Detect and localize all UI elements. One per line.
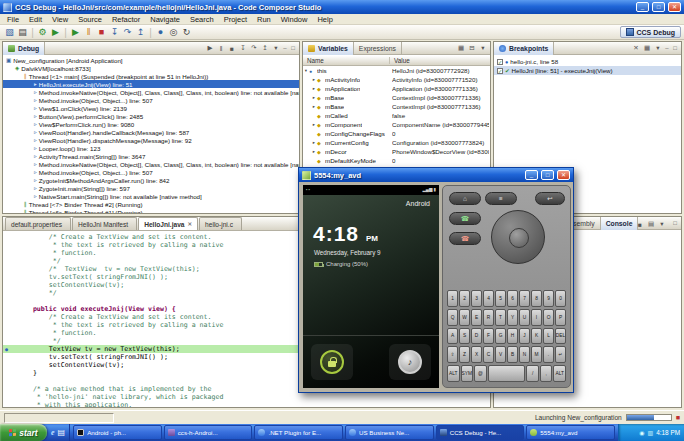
save-icon[interactable]: ▤ [16,26,29,39]
step-over-icon[interactable]: ↷ [121,26,134,39]
keyboard-key[interactable]: 8 [531,290,542,307]
taskbar-button[interactable]: CCS Debug - He... [436,425,525,440]
taskbar-button[interactable]: .NET Plugin for E... [254,425,343,440]
refresh-icon[interactable]: ↻ [180,26,193,39]
close-tab-icon[interactable]: ✕ [188,221,193,227]
debug-tree-row[interactable]: ◈ DalvikVM[localhost:8733] [3,64,299,72]
menu-item[interactable]: File [2,15,24,24]
keyboard-key[interactable]: 5 [495,290,506,307]
debug-tree-row[interactable]: ▹ Method.invoke(Object, Object...) line:… [3,168,299,176]
run-icon[interactable]: ▶ [49,26,62,39]
taskbar-button[interactable]: ccs-h-Androi... [164,425,253,440]
menu-item[interactable]: View [47,15,73,24]
menu-item[interactable]: Navigate [145,15,185,24]
keyboard-key[interactable]: ALT [447,365,460,382]
show-type-names-icon[interactable]: ▦ [456,44,466,52]
variable-row[interactable]: ▸ ◆ mBase ContextImpl (id=830007771336) [303,102,490,111]
keyboard-key[interactable]: B [507,346,518,363]
dpad-center-button[interactable] [509,228,529,248]
debug-tree-row[interactable]: ▹ Button(View).performClick() line: 2485 [3,112,299,120]
keyboard-key[interactable]: M [531,346,542,363]
column-name[interactable]: Name [303,57,390,64]
keyboard-key[interactable]: J [519,328,530,345]
home-button[interactable]: ⌂ [449,192,481,205]
debug-tree-row[interactable]: ▣ New_configuration [Android Application… [3,56,299,64]
debug-tree-row[interactable]: ∥ Thread [<1> main] (Suspended (breakpoi… [3,72,299,80]
keyboard-key[interactable]: U [519,309,530,326]
variable-row[interactable]: ▸ ◆ mActivityInfo ActivityInfo (id=83000… [303,75,490,84]
keyboard-key[interactable]: H [507,328,518,345]
variable-row[interactable]: ▾ ● this HelloJni (id=830007772928) [303,66,490,75]
keyboard-key[interactable]: / [526,365,539,382]
debug-tree-row[interactable]: ▹ ActivityThread.main(String[]) line: 36… [3,152,299,160]
debug-tree-row[interactable]: ▹ Looper.loop() line: 123 [3,144,299,152]
variable-row[interactable]: ▸ ◆ mCurrentConfig Configuration (id=830… [303,138,490,147]
view-menu-icon[interactable]: ▾ [657,220,667,228]
view-menu-icon[interactable]: ▾ [653,44,663,52]
perspective-switcher[interactable]: CCS Debug [620,26,682,38]
keyboard-key[interactable]: 6 [507,290,518,307]
menu-item[interactable]: Source [73,15,107,24]
minimize-button[interactable]: _ [636,2,649,12]
sep[interactable]: | [62,26,69,39]
keyboard-key[interactable]: 9 [543,290,554,307]
cancel-launch-icon[interactable]: ■ [676,414,680,421]
keyboard-key[interactable]: DEL [555,328,566,345]
menu-item[interactable]: Project [219,15,252,24]
keyboard-key[interactable]: ↵ [555,346,566,363]
keyboard-key[interactable]: D [471,328,482,345]
menu-item[interactable]: Edit [24,15,47,24]
view-menu-icon[interactable]: ▾ [271,44,281,52]
terminate-icon[interactable]: ■ [227,45,237,52]
end-call-button[interactable]: ☎ [449,232,481,245]
keyboard-key[interactable]: Y [507,309,518,326]
breakpoint-checkbox[interactable]: ✓ [497,68,503,74]
variable-row[interactable]: ◆ mDefaultKeyMode 0 [303,156,490,165]
keyboard-key[interactable]: Q [447,309,458,326]
keyboard-key[interactable]: K [531,328,542,345]
keyboard-key[interactable]: E [471,309,482,326]
editor-tab[interactable]: HelloJni Manifest [72,217,137,230]
debug-tree-row[interactable]: ▹ View$PerformClick.run() line: 9080 [3,120,299,128]
variable-row[interactable]: ◆ mConfigChangeFlags 0 [303,129,490,138]
terminate-icon[interactable]: ■ [635,221,645,228]
keyboard-key[interactable]: V [495,346,506,363]
breakpoint-row[interactable]: ✓ ✔ HelloJni [line: 51] - executeJnij(Vi… [494,66,681,75]
keyboard-key[interactable]: G [495,328,506,345]
maximize-view-icon[interactable]: □ [289,45,297,51]
menu-item[interactable]: Refactor [107,15,145,24]
editor-tab[interactable]: default.properties [5,217,71,230]
debug-tree-row[interactable]: ▹ Method.invokeNative(Object, Object[], … [3,88,299,96]
breakpoint-icon[interactable]: ● [154,26,167,39]
debug-tree-row[interactable]: ▹ NativeStart.main(String[]) line: not a… [3,192,299,200]
keyboard-key[interactable]: 7 [519,290,530,307]
keyboard-key[interactable]: X [471,346,482,363]
breakpoint-row[interactable]: ✓ ● hello-jni.c, line 58 [494,57,681,66]
variable-row[interactable]: ▸ ◆ mApplication Application (id=8300077… [303,84,490,93]
debug-tree-row[interactable]: ▹ ZygoteInit$MethodAndArgsCaller.run() l… [3,176,299,184]
tab-variables[interactable]: Variables [303,42,354,55]
internet-explorer-icon[interactable]: e [51,428,55,437]
debug-tree-row[interactable]: ∥ Thread [<7> Binder Thread #2] (Running… [3,200,299,208]
tab-breakpoints[interactable]: Breakpoints [494,42,554,55]
keyboard-key[interactable] [488,365,526,382]
lock-button[interactable] [320,350,344,374]
remove-breakpoint-icon[interactable]: ✕ [631,44,641,52]
new-icon[interactable]: ▧ [3,26,16,39]
keyboard-key[interactable]: ALT [553,365,566,382]
keyboard-key[interactable]: O [543,309,554,326]
call-button[interactable]: ☎ [449,212,481,225]
variable-row[interactable]: ▸ ◆ mBase ContextImpl (id=830007771336) [303,93,490,102]
menu-item[interactable]: Search [185,15,219,24]
breakpoint-checkbox[interactable]: ✓ [497,59,503,65]
menu-item[interactable]: Window [276,15,313,24]
debug-tree-row[interactable]: ▹ Method.invokeNative(Object, Object[], … [3,160,299,168]
keyboard-key[interactable]: S [459,328,470,345]
resume-icon[interactable]: ▶ [205,44,215,52]
editor-tab[interactable]: hello-jni.c [199,217,242,230]
keyboard-key[interactable]: N [519,346,530,363]
keyboard-key[interactable]: SYM [461,365,474,382]
android-screen[interactable]: ▪▪ ▂▄▆▮ Android 4:18 PM Wednesday, Febru… [303,185,439,388]
keyboard-key[interactable]: R [483,309,494,326]
sound-slider[interactable]: ♪ [389,344,431,380]
